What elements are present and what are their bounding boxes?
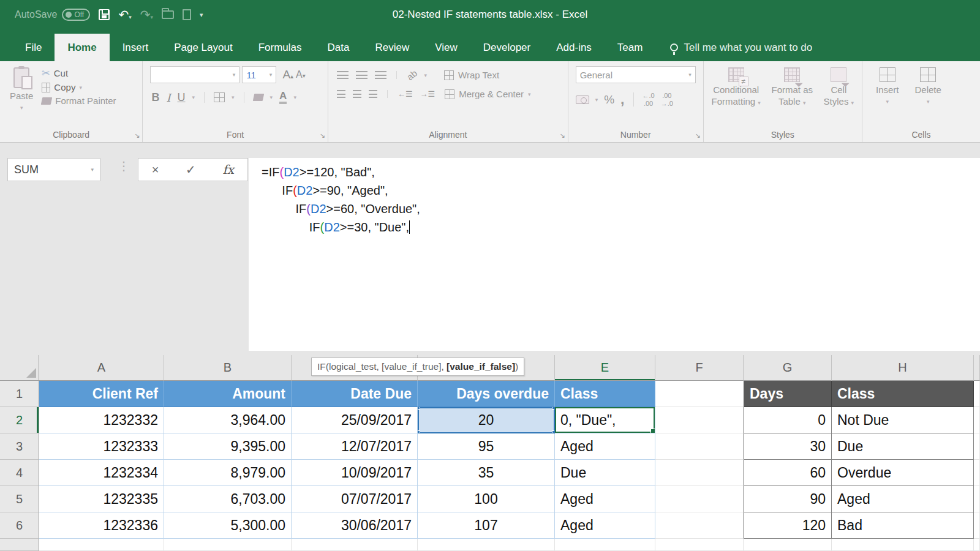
font-size-combobox[interactable]: 11▾ — [242, 66, 276, 83]
cell-A2[interactable]: 1232332 — [39, 407, 164, 433]
fill-handle[interactable] — [650, 429, 655, 433]
row-header-partial[interactable] — [0, 539, 39, 551]
delete-dropdown-icon[interactable]: ▾ — [927, 99, 930, 105]
cell-G1[interactable]: Days — [744, 381, 832, 407]
cell-D1[interactable]: Days overdue — [418, 381, 555, 407]
column-header-A[interactable]: A — [39, 355, 164, 381]
bold-button[interactable]: B — [151, 91, 159, 104]
font-dialog-launcher-icon[interactable]: ↘ — [320, 132, 325, 140]
cell-F4[interactable] — [655, 460, 744, 486]
tab-home[interactable]: Home — [55, 34, 109, 61]
format-painter-button[interactable]: Format Painter — [42, 96, 116, 106]
cell-G3[interactable]: 30 — [744, 433, 832, 460]
font-name-combobox[interactable]: ▾ — [150, 66, 239, 83]
align-center-icon[interactable] — [353, 90, 361, 98]
insert-dropdown-icon[interactable]: ▾ — [886, 99, 889, 105]
cell-A4[interactable]: 1232334 — [39, 460, 164, 486]
middle-align-icon[interactable] — [356, 71, 368, 79]
tab-insert[interactable]: Insert — [110, 34, 162, 61]
cell-B2[interactable]: 3,964.00 — [164, 407, 292, 433]
cell-H[interactable] — [832, 539, 974, 551]
increase-decimal-button[interactable]: ←.0.00 — [643, 92, 655, 107]
cell-x1[interactable] — [974, 381, 980, 407]
cell-H1[interactable]: Class — [832, 381, 974, 407]
column-header-G[interactable]: G — [744, 355, 832, 381]
cell-A6[interactable]: 1232336 — [39, 512, 164, 539]
cell-B4[interactable]: 8,979.00 — [164, 460, 292, 486]
row-header-5[interactable]: 5 — [0, 486, 39, 512]
accounting-format-icon[interactable] — [576, 96, 589, 104]
cell-D[interactable] — [418, 539, 555, 551]
paste-button[interactable]: Paste ▾ — [6, 65, 37, 113]
cell-G4[interactable]: 60 — [744, 460, 832, 486]
cell-F1[interactable] — [655, 381, 744, 407]
cell-B6[interactable]: 5,300.00 — [164, 512, 292, 539]
decrease-indent-icon[interactable]: ←☰ — [398, 89, 413, 99]
cell-G5[interactable]: 90 — [744, 486, 832, 512]
orientation-dropdown-icon[interactable]: ▾ — [424, 72, 428, 78]
font-color-dropdown-icon[interactable]: ▾ — [293, 94, 296, 100]
tab-review[interactable]: Review — [362, 34, 422, 61]
underline-dropdown-icon[interactable]: ▾ — [192, 94, 195, 100]
format-as-table-button[interactable]: Format asTable ▾ — [767, 65, 816, 110]
row-header-3[interactable]: 3 — [0, 433, 39, 460]
delete-cells-button[interactable]: Delete ▾ — [911, 65, 944, 107]
cell-D5[interactable]: 100 — [418, 486, 555, 512]
italic-button[interactable]: I — [166, 91, 170, 104]
cell-F3[interactable] — [655, 433, 744, 460]
cell-C2[interactable]: 25/09/2017 — [292, 407, 418, 433]
formula-input[interactable]: =IF(D2>=120, "Bad", IF(D2>=90, "Aged", I… — [249, 158, 980, 351]
tell-me-box[interactable]: Tell me what you want to do — [670, 34, 812, 61]
font-color-icon[interactable]: A — [279, 91, 287, 104]
cell-F2[interactable] — [655, 407, 744, 433]
cell-D6[interactable]: 107 — [418, 512, 555, 539]
cell-H5[interactable]: Aged — [832, 486, 974, 512]
alignment-dialog-launcher-icon[interactable]: ↘ — [559, 132, 565, 140]
tab-data[interactable]: Data — [315, 34, 363, 61]
tab-add-ins[interactable]: Add-ins — [543, 34, 605, 61]
cell-x5[interactable] — [974, 486, 980, 512]
cell-G6[interactable]: 120 — [744, 512, 832, 539]
cell-C4[interactable]: 10/09/2017 — [292, 460, 418, 486]
cell-D4[interactable]: 35 — [418, 460, 555, 486]
column-header-E[interactable]: E — [555, 355, 655, 381]
cell-G[interactable] — [744, 539, 832, 551]
insert-cells-button[interactable]: Insert ▾ — [872, 65, 903, 107]
cell-B3[interactable]: 9,395.00 — [164, 433, 292, 460]
increase-indent-icon[interactable]: →☰ — [420, 89, 435, 99]
cell-A5[interactable]: 1232335 — [39, 486, 164, 512]
cell-F5[interactable] — [655, 486, 744, 512]
tab-view[interactable]: View — [422, 34, 470, 61]
name-box-dropdown-icon[interactable]: ▾ — [91, 167, 94, 173]
align-left-icon[interactable] — [337, 90, 345, 98]
row-header-2[interactable]: 2 — [0, 407, 39, 433]
cell-E5[interactable]: Aged — [555, 486, 655, 512]
insert-function-icon[interactable]: fx — [222, 162, 234, 177]
tab-developer[interactable]: Developer — [470, 34, 544, 61]
tab-page-layout[interactable]: Page Layout — [161, 34, 245, 61]
fill-color-dropdown-icon[interactable]: ▾ — [270, 94, 273, 100]
cell-H4[interactable]: Overdue — [832, 460, 974, 486]
paste-dropdown-icon[interactable]: ▾ — [20, 105, 23, 111]
cancel-icon[interactable]: × — [152, 163, 159, 177]
underline-button[interactable]: U — [178, 91, 186, 104]
cell-C1[interactable]: Date Due — [292, 381, 418, 407]
name-box[interactable]: SUM ▾ — [7, 158, 100, 181]
cell-B5[interactable]: 6,703.00 — [164, 486, 292, 512]
cell-F[interactable] — [655, 539, 744, 551]
row-header-4[interactable]: 4 — [0, 460, 39, 486]
selection-handle[interactable] — [418, 407, 420, 410]
cell-A[interactable] — [39, 539, 164, 551]
grow-font-button[interactable]: A▴ — [282, 68, 293, 81]
conditional-formatting-button[interactable]: ≠ ConditionalFormatting ▾ — [707, 65, 764, 110]
fill-color-icon[interactable] — [252, 94, 264, 101]
cell-C3[interactable]: 12/07/2017 — [292, 433, 418, 460]
cell-B[interactable] — [164, 539, 292, 551]
column-header-H[interactable]: H — [832, 355, 974, 381]
shrink-font-button[interactable]: A▾ — [296, 69, 306, 80]
cut-button[interactable]: ✂ Cut — [42, 67, 116, 79]
cell-C[interactable] — [292, 539, 418, 551]
cell-E3[interactable]: Aged — [555, 433, 655, 460]
cell-E1[interactable]: Class — [555, 381, 655, 407]
align-right-icon[interactable] — [369, 90, 377, 98]
